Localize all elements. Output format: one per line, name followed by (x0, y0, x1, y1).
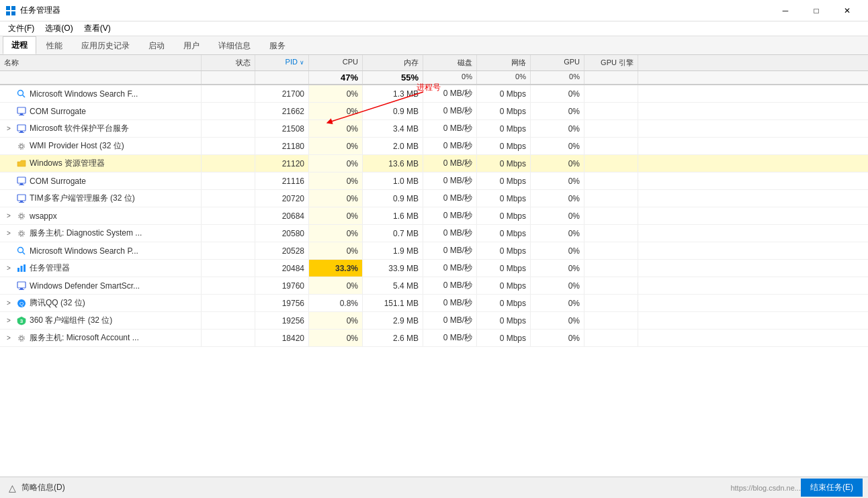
process-icon (16, 176, 27, 187)
menu-options[interactable]: 选项(O) (40, 21, 78, 36)
svg-rect-18 (19, 185, 24, 185)
table-row[interactable]: Microsoft Windows Search F... 21700 0% 1… (0, 85, 868, 103)
tab-services[interactable]: 服务 (261, 37, 294, 54)
cell-network: 0 Mbps (477, 85, 531, 102)
cell-gpu: 0% (531, 172, 584, 189)
cell-cpu: 0% (309, 138, 363, 154)
cell-status (202, 242, 255, 259)
menu-file[interactable]: 文件(F) (3, 21, 40, 36)
cell-memory: 3.4 MB (363, 120, 423, 137)
cell-gpu: 0% (531, 155, 584, 172)
table-row[interactable]: Microsoft Windows Search P... 20528 0% 1… (0, 242, 868, 260)
process-list[interactable]: Microsoft Windows Search F... 21700 0% 1… (0, 85, 868, 477)
col-name[interactable]: 名称 (0, 55, 202, 70)
process-name: 腾讯QQ (32 位) (30, 297, 197, 309)
cell-network: 0 Mbps (477, 155, 531, 172)
expand-arrow[interactable]: > (4, 299, 13, 308)
col-pid[interactable]: PID (255, 55, 309, 70)
expand-icon[interactable]: △ (5, 481, 19, 495)
table-row[interactable]: > 任务管理器 20484 33.3% 33.9 MB 0 MB/秒 0 Mbp… (0, 260, 868, 277)
table-row[interactable]: Windows 资源管理器 21120 0% 13.6 MB 0 MB/秒 0 … (0, 155, 868, 172)
cell-pid: 21662 (255, 103, 309, 119)
col-network[interactable]: 网络 (477, 55, 531, 70)
col-status[interactable]: 状态 (202, 55, 255, 70)
cell-cpu: 0% (309, 120, 363, 137)
cell-disk: 0 MB/秒 (423, 330, 477, 346)
col-gpu[interactable]: GPU (531, 55, 584, 70)
svg-rect-3 (11, 11, 15, 15)
cell-gpu-engine (584, 295, 638, 311)
table-row[interactable]: > 服务主机: Diagnostic System ... 20580 0% 0… (0, 225, 868, 242)
close-button[interactable]: ✕ (832, 0, 863, 21)
process-icon (16, 158, 27, 169)
expand-arrow[interactable]: > (4, 316, 13, 326)
process-name: Microsoft Windows Search P... (30, 246, 197, 256)
process-name: TIM多客户端管理服务 (32 位) (30, 193, 197, 204)
table-row[interactable]: COM Surrogate 21662 0% 0.9 MB 0 MB/秒 0 M… (0, 103, 868, 120)
table-row[interactable]: > 3 360 客户端组件 (32 位) 19256 0% 2.9 MB 0 M… (0, 312, 868, 330)
cell-cpu: 0% (309, 207, 363, 224)
no-expand (4, 89, 13, 99)
expand-arrow[interactable]: > (4, 124, 13, 134)
col-memory[interactable]: 内存 (363, 55, 423, 70)
expand-arrow[interactable]: > (4, 229, 13, 238)
expand-arrow[interactable]: > (4, 211, 13, 221)
table-row[interactable]: > Microsoft 软件保护平台服务 21508 0% 3.4 MB 0 M… (0, 120, 868, 138)
cell-name: Microsoft Windows Search F... (0, 85, 202, 102)
cell-cpu: 0% (309, 277, 363, 294)
process-icon (16, 123, 27, 134)
tab-processes[interactable]: 进程 (3, 36, 36, 54)
cell-memory: 1.0 MB (363, 172, 423, 189)
process-icon (16, 246, 27, 256)
cell-status (202, 330, 255, 346)
maximize-button[interactable]: □ (801, 0, 832, 21)
table-row[interactable]: COM Surrogate 21116 0% 1.0 MB 0 MB/秒 0 M… (0, 172, 868, 190)
cell-disk: 0 MB/秒 (423, 312, 477, 329)
cell-pid: 21700 (255, 85, 309, 102)
col-gpu-engine[interactable]: GPU 引擎 (584, 55, 638, 70)
cell-name: > 服务主机: Diagnostic System ... (0, 225, 202, 242)
end-task-button[interactable]: 结束任务(E) (801, 479, 863, 497)
svg-rect-31 (17, 282, 26, 288)
table-row[interactable]: TIM多客户端管理服务 (32 位) 20720 0% 0.9 MB 0 MB/… (0, 190, 868, 207)
svg-rect-10 (19, 115, 24, 115)
cell-cpu: 0% (309, 85, 363, 102)
minimize-button[interactable]: ─ (770, 0, 801, 21)
cell-gpu-engine (584, 260, 638, 277)
cell-name: > 服务主机: Microsoft Account ... (0, 330, 202, 346)
usage-network-cell: 0% (477, 71, 531, 84)
table-row[interactable]: > 服务主机: Microsoft Account ... 18420 0% 2… (0, 330, 868, 347)
main-content: 进程号 名称 状态 PID CPU 内存 磁盘 网络 GP (0, 55, 868, 477)
cell-memory: 13.6 MB (363, 155, 423, 172)
tab-app-history[interactable]: 应用历史记录 (73, 37, 138, 54)
process-icon (16, 89, 27, 99)
process-name: COM Surrogate (30, 107, 197, 116)
menu-view[interactable]: 查看(V) (79, 21, 116, 36)
tab-users[interactable]: 用户 (175, 37, 208, 54)
cell-status (202, 103, 255, 119)
table-row[interactable]: Windows Defender SmartScr... 19760 0% 5.… (0, 277, 868, 295)
cell-cpu: 0% (309, 155, 363, 172)
svg-line-7 (23, 95, 26, 97)
tab-performance[interactable]: 性能 (38, 37, 71, 54)
cell-status (202, 312, 255, 329)
svg-rect-21 (19, 202, 24, 203)
cell-disk: 0 MB/秒 (423, 172, 477, 189)
cell-name: Microsoft Windows Search P... (0, 242, 202, 259)
table-row[interactable]: > wsappx 20684 0% 1.6 MB 0 MB/秒 0 Mbps 0… (0, 207, 868, 225)
cell-name: > Microsoft 软件保护平台服务 (0, 120, 202, 137)
cell-name: WMI Provider Host (32 位) (0, 138, 202, 154)
cell-status (202, 207, 255, 224)
cell-memory: 1.9 MB (363, 242, 423, 259)
col-disk[interactable]: 磁盘 (423, 55, 477, 70)
process-name: 服务主机: Diagnostic System ... (30, 228, 197, 239)
cell-disk: 0 MB/秒 (423, 207, 477, 224)
expand-arrow[interactable]: > (4, 334, 13, 343)
table-row[interactable]: WMI Provider Host (32 位) 21180 0% 2.0 MB… (0, 138, 868, 155)
col-cpu[interactable]: CPU (309, 55, 363, 70)
expand-arrow[interactable]: > (4, 264, 13, 273)
tab-details[interactable]: 详细信息 (210, 37, 259, 54)
brief-info-label[interactable]: 简略信息(D) (21, 482, 730, 493)
table-row[interactable]: > Q 腾讯QQ (32 位) 19756 0.8% 151.1 MB 0 MB… (0, 295, 868, 312)
tab-startup[interactable]: 启动 (140, 37, 173, 54)
